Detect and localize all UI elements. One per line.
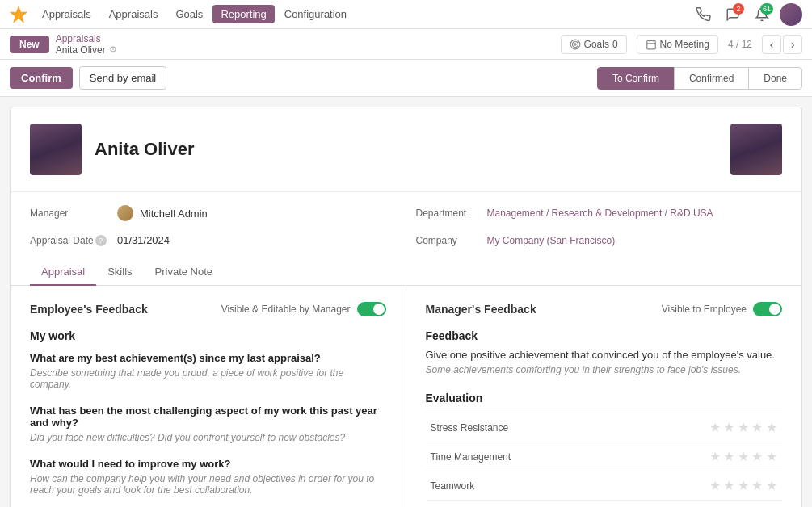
breadcrumb-current: Anita Oliver ⚙ xyxy=(56,44,117,56)
eval-stars-time[interactable]: ★ ★ ★ ★ ★ xyxy=(616,442,782,471)
settings-icon[interactable]: ⚙ xyxy=(109,44,117,55)
tab-appraisal[interactable]: Appraisal xyxy=(30,259,96,286)
eval-row-autonomy: Autonomy ★ ★ ★ ★ ★ xyxy=(426,501,783,508)
question-hint-3: How can the company help you with your n… xyxy=(30,473,386,496)
manager-name: Mitchell Admin xyxy=(140,207,208,220)
star-1[interactable]: ★ xyxy=(709,479,721,492)
status-to-confirm[interactable]: To Confirm xyxy=(597,67,675,90)
chat-icon-btn[interactable]: 2 xyxy=(722,3,744,26)
nav-item-reporting[interactable]: Reporting xyxy=(212,5,274,23)
question-hint-2: Did you face new difficulties? Did you c… xyxy=(30,432,386,443)
feedback-section-title: Feedback xyxy=(426,329,783,342)
app-logo[interactable] xyxy=(10,6,27,23)
user-avatar[interactable] xyxy=(780,3,802,26)
question-title-2: What has been the most challenging aspec… xyxy=(30,404,386,429)
star-5[interactable]: ★ xyxy=(766,479,777,492)
evaluation-table: Stress Resistance ★ ★ ★ ★ ★ Time Managem… xyxy=(426,413,783,507)
star-3[interactable]: ★ xyxy=(738,421,749,434)
status-done[interactable]: Done xyxy=(748,67,802,90)
employee-name: Anita Oliver xyxy=(95,139,194,160)
phone-icon-btn[interactable] xyxy=(692,3,715,26)
manager-feedback-toggle-label: Visible to Employee xyxy=(662,304,747,315)
toggle-knob xyxy=(373,304,385,315)
department-value[interactable]: Management / Research & Development / R&… xyxy=(487,207,713,219)
toggle-knob-2 xyxy=(769,304,780,315)
manager-label: Manager xyxy=(30,207,111,219)
appraisal-date-label: Appraisal Date ? xyxy=(30,235,111,246)
employee-fields: Manager Mitchell Admin Department Manage… xyxy=(11,192,801,249)
activity-icon-btn[interactable]: 61 xyxy=(751,3,773,26)
employee-feedback-header: Employee's Feedback Visible & Editable b… xyxy=(30,302,386,316)
appraisal-date-value[interactable]: 01/31/2024 xyxy=(117,234,170,246)
app-logo-icon xyxy=(10,6,27,23)
svg-rect-4 xyxy=(646,40,655,49)
new-button[interactable]: New xyxy=(10,36,49,53)
star-5[interactable]: ★ xyxy=(766,450,777,463)
tab-private-note[interactable]: Private Note xyxy=(144,259,225,286)
star-1[interactable]: ★ xyxy=(709,421,721,434)
tab-skills[interactable]: Skills xyxy=(96,259,143,286)
svg-marker-0 xyxy=(11,6,27,22)
chat-badge: 2 xyxy=(733,3,744,15)
eval-row-stress: Stress Resistance ★ ★ ★ ★ ★ xyxy=(426,413,783,442)
star-3[interactable]: ★ xyxy=(738,479,749,492)
star-4[interactable]: ★ xyxy=(751,450,763,463)
help-icon[interactable]: ? xyxy=(95,235,107,246)
question-block-1: What are my best achievement(s) since my… xyxy=(30,352,386,390)
evaluation-section: Evaluation Stress Resistance ★ ★ ★ ★ ★ xyxy=(426,392,783,507)
manager-feedback-header: Manager's Feedback Visible to Employee xyxy=(426,302,783,316)
manager-field: Manager Mitchell Admin xyxy=(30,202,397,224)
manager-feedback-panel: Manager's Feedback Visible to Employee F… xyxy=(406,286,802,507)
send-by-email-button[interactable]: Send by email xyxy=(79,66,166,90)
manager-feedback-toggle[interactable] xyxy=(753,302,782,316)
eval-stars-autonomy[interactable]: ★ ★ ★ ★ ★ xyxy=(616,501,782,508)
star-5[interactable]: ★ xyxy=(766,421,777,434)
manager-avatar xyxy=(117,205,133,221)
top-nav-menu: Appraisals Appraisals Goals Reporting Co… xyxy=(34,5,692,23)
employee-feedback-panel: Employee's Feedback Visible & Editable b… xyxy=(11,286,406,507)
goals-button[interactable]: Goals 0 xyxy=(561,35,627,54)
meeting-button[interactable]: No Meeting xyxy=(637,35,718,54)
prev-arrow[interactable]: ‹ xyxy=(762,35,781,54)
employee-feedback-toggle[interactable] xyxy=(357,302,386,316)
feedback-question: Give one positive achievement that convi… xyxy=(426,349,783,361)
star-4[interactable]: ★ xyxy=(751,421,763,434)
employee-feedback-toggle-group: Visible & Editable by Manager xyxy=(221,302,386,316)
department-field: Department Management / Research & Devel… xyxy=(416,202,783,224)
nav-item-goals[interactable]: Goals xyxy=(167,5,211,23)
employee-feedback-toggle-label: Visible & Editable by Manager xyxy=(221,304,351,315)
question-block-3: What would I need to improve my work? Ho… xyxy=(30,458,386,496)
status-confirmed[interactable]: Confirmed xyxy=(674,67,749,90)
eval-stars-teamwork[interactable]: ★ ★ ★ ★ ★ xyxy=(616,471,782,501)
section-title: My work xyxy=(30,329,386,342)
star-1[interactable]: ★ xyxy=(709,450,721,463)
status-pipeline: To Confirm Confirmed Done xyxy=(597,67,802,90)
activity-badge: 61 xyxy=(760,3,773,15)
breadcrumb-parent[interactable]: Appraisals xyxy=(56,33,117,44)
calendar-icon xyxy=(646,39,657,50)
employee-header: Anita Oliver xyxy=(11,107,801,192)
company-value[interactable]: My Company (San Francisco) xyxy=(487,235,616,246)
eval-stars-stress[interactable]: ★ ★ ★ ★ ★ xyxy=(616,413,782,442)
nav-item-configuration[interactable]: Configuration xyxy=(276,5,355,23)
star-3[interactable]: ★ xyxy=(738,450,749,463)
star-4[interactable]: ★ xyxy=(751,479,763,492)
page-count: 4 / 12 xyxy=(728,39,752,50)
svg-point-3 xyxy=(574,43,575,44)
nav-item-appraisals-root[interactable]: Appraisals xyxy=(34,5,99,23)
appraisal-date-field: Appraisal Date ? 01/31/2024 xyxy=(30,231,397,249)
confirm-button[interactable]: Confirm xyxy=(10,67,73,89)
nav-item-appraisals[interactable]: Appraisals xyxy=(101,5,166,23)
svg-point-2 xyxy=(572,41,578,47)
feedback-hint: Some achievements comforting you in thei… xyxy=(426,364,783,375)
star-2[interactable]: ★ xyxy=(723,479,734,492)
top-nav-right: 2 61 xyxy=(692,3,802,26)
tab-bar: Appraisal Skills Private Note xyxy=(11,259,801,286)
star-2[interactable]: ★ xyxy=(723,421,734,434)
next-arrow[interactable]: › xyxy=(783,35,802,54)
top-nav: Appraisals Appraisals Goals Reporting Co… xyxy=(0,0,812,29)
action-bar: Confirm Send by email To Confirm Confirm… xyxy=(0,60,812,97)
company-label: Company xyxy=(416,235,481,246)
star-2[interactable]: ★ xyxy=(723,450,734,463)
manager-feedback-title: Manager's Feedback xyxy=(426,303,536,316)
